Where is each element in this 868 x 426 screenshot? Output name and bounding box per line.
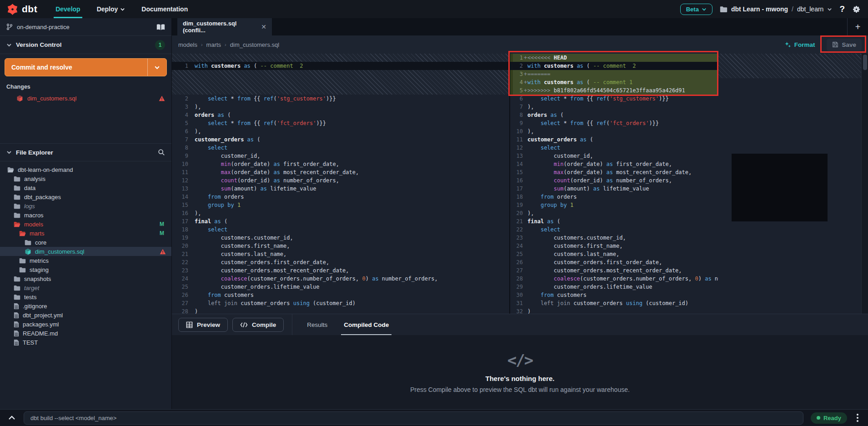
dbt-logo[interactable]: dbt [0, 0, 47, 18]
breadcrumb-marts[interactable]: marts [206, 41, 221, 48]
tree-item-marts[interactable]: martsM [0, 229, 171, 238]
changed-file-row[interactable]: dim_customers.sql [0, 93, 171, 104]
original-line-8[interactable]: 8 select [172, 144, 509, 152]
modified-line-9[interactable]: 9 select * from {{ ref('fct_orders')}} [510, 119, 718, 127]
breadcrumb-models[interactable]: models [178, 41, 197, 48]
original-line-22[interactable]: 22 customer_orders.first_order_date, [172, 258, 509, 266]
modified-line-19[interactable]: 19 group by 1 [510, 201, 718, 209]
tree-item-dbt-learn-on-demand[interactable]: dbt-learn-on-demand [0, 165, 171, 174]
diff-editor[interactable]: 1 with customers as ( -- comment 22 sele… [172, 54, 868, 314]
original-line-28[interactable]: 28 ) [172, 307, 509, 314]
save-button[interactable]: Save [827, 39, 862, 51]
tab-results[interactable]: Results [299, 314, 336, 336]
modified-line-7[interactable]: 7 ), [510, 103, 718, 111]
modified-line-1[interactable]: 1+<<<<<<< HEAD [510, 54, 718, 62]
original-line-16[interactable]: 16 ), [172, 209, 509, 217]
modified-line-32[interactable]: 32 ) [510, 307, 718, 314]
tree-item-logs[interactable]: logs [0, 201, 171, 210]
modified-line-18[interactable]: 18 from orders [510, 193, 718, 201]
tab-compiled-code[interactable]: Compiled Code [336, 314, 397, 336]
file-explorer-header[interactable]: File Explorer [0, 143, 171, 161]
modified-line-23[interactable]: 23 customers.customer_id, [510, 234, 718, 242]
tree-item-analysis[interactable]: analysis [0, 174, 171, 183]
modified-line-22[interactable]: 22 select [510, 226, 718, 234]
status-badge[interactable]: Ready [811, 412, 847, 424]
command-input[interactable] [24, 411, 803, 425]
new-tab-button[interactable]: + [847, 18, 868, 35]
diff-pane-modified[interactable]: 1+<<<<<<< HEAD2 with customers as ( -- c… [510, 54, 718, 314]
nav-item-documentation[interactable]: Documentation [133, 0, 196, 18]
modified-line-29[interactable]: 29 customer_orders.lifetime_value [510, 283, 718, 291]
modified-line-17[interactable]: 17 sum(amount) as lifetime_value [510, 185, 718, 193]
original-line-13[interactable]: 13 sum(amount) as lifetime_value [172, 185, 509, 193]
original-line-2[interactable]: 2 select * from {{ ref('stg_customers')}… [172, 95, 509, 103]
format-button[interactable]: Format [784, 41, 815, 48]
modified-line-16[interactable]: 16 count(order_id) as number_of_orders, [510, 176, 718, 185]
compile-button[interactable]: Compile [232, 318, 284, 332]
preview-button[interactable]: Preview [178, 318, 228, 332]
modified-line-11[interactable]: 11 customer_orders as ( [510, 135, 718, 144]
modified-line-4[interactable]: 4+with customers as ( -- comment 1 [510, 78, 718, 86]
modified-line-13[interactable]: 13 customer_id, [510, 152, 718, 160]
original-line-20[interactable]: 20 customers.first_name, [172, 242, 509, 250]
modified-line-2[interactable]: 2 with customers as ( -- comment 2 [510, 62, 718, 70]
original-line-11[interactable]: 11 max(order_date) as most_recent_order_… [172, 168, 509, 176]
original-line-23[interactable]: 23 customer_orders.most_recent_order_dat… [172, 266, 509, 275]
tree-item-staging[interactable]: staging [0, 265, 171, 274]
expand-panel-button[interactable] [0, 416, 24, 420]
modified-line-28[interactable]: 28 coalesce(customer_orders.number_of_or… [510, 275, 718, 283]
original-line-9[interactable]: 9 customer_id, [172, 152, 509, 160]
tree-item-snapshots[interactable]: snapshots [0, 274, 171, 283]
original-line-18[interactable]: 18 select [172, 226, 509, 234]
modified-line-27[interactable]: 27 customer_orders.most_recent_order_dat… [510, 266, 718, 275]
docs-book-icon[interactable] [156, 24, 165, 30]
modified-line-24[interactable]: 24 customers.first_name, [510, 242, 718, 250]
branch-row[interactable]: on-demand-practice [0, 18, 171, 36]
original-line-19[interactable]: 19 customers.customer_id, [172, 234, 509, 242]
original-line-10[interactable]: 10 min(order_date) as first_order_date, [172, 160, 509, 168]
tree-item-models[interactable]: modelsM [0, 220, 171, 229]
original-line-27[interactable]: 27 left join customer_orders using (cust… [172, 299, 509, 307]
original-line-15[interactable]: 15 group by 1 [172, 201, 509, 209]
tree-item-target[interactable]: target [0, 283, 171, 292]
modified-line-25[interactable]: 25 customers.last_name, [510, 250, 718, 258]
original-line-26[interactable]: 26 from customers [172, 291, 509, 299]
original-line-7[interactable]: 7 customer_orders as ( [172, 135, 509, 144]
tab-dim-customers[interactable]: dim_customers.sql (confli... ✕ [177, 18, 272, 35]
original-line-25[interactable]: 25 customer_orders.lifetime_value [172, 283, 509, 291]
modified-line-20[interactable]: 20 ), [510, 209, 718, 217]
version-control-header[interactable]: Version Control 1 [0, 36, 171, 54]
modified-line-3[interactable]: 3+======= [510, 70, 718, 78]
help-button[interactable]: ? [839, 4, 845, 14]
modified-line-8[interactable]: 8 orders as ( [510, 111, 718, 119]
scrollbar-thumb[interactable] [863, 55, 867, 70]
nav-item-develop[interactable]: Develop [47, 0, 88, 18]
modified-line-21[interactable]: 21 final as ( [510, 217, 718, 226]
tree-item-readme-md[interactable]: README.md [0, 329, 171, 338]
nav-item-deploy[interactable]: Deploy [89, 0, 134, 18]
commit-button-label[interactable]: Commit and resolve [5, 59, 147, 76]
tree-item-dim-customers-sql[interactable]: dim_customers.sql [0, 247, 171, 256]
original-line-1[interactable]: 1 with customers as ( -- comment 2 [172, 62, 509, 70]
project-selector[interactable]: dbt Learn - mwong / dbt_learn [720, 5, 833, 13]
tree-item-packages-yml[interactable]: packages.yml [0, 320, 171, 329]
diff-pane-original[interactable]: 1 with customers as ( -- comment 22 sele… [172, 54, 509, 314]
modified-line-31[interactable]: 31 left join customer_orders using (cust… [510, 299, 718, 307]
tree-item-dbt-project-yml[interactable]: dbt_project.yml [0, 311, 171, 320]
modified-line-26[interactable]: 26 customer_orders.first_order_date, [510, 258, 718, 266]
modified-line-10[interactable]: 10 ), [510, 127, 718, 135]
original-line-24[interactable]: 24 coalesce(customer_orders.number_of_or… [172, 275, 509, 283]
tree-item-macros[interactable]: macros [0, 210, 171, 220]
modified-line-15[interactable]: 15 max(order_date) as most_recent_order_… [510, 168, 718, 176]
original-line-12[interactable]: 12 count(order_id) as number_of_orders, [172, 176, 509, 185]
original-line-21[interactable]: 21 customers.last_name, [172, 250, 509, 258]
original-line-6[interactable]: 6 ), [172, 127, 509, 135]
modified-line-14[interactable]: 14 min(order_date) as first_order_date, [510, 160, 718, 168]
original-line-17[interactable]: 17 final as ( [172, 217, 509, 226]
kebab-menu-icon[interactable] [852, 414, 863, 422]
modified-line-30[interactable]: 30 from customers [510, 291, 718, 299]
tree-item-data[interactable]: data [0, 183, 171, 192]
modified-line-6[interactable]: 6 select * from {{ ref('stg_customers')}… [510, 95, 718, 103]
commit-and-resolve-button[interactable]: Commit and resolve [5, 58, 167, 76]
settings-gear-button[interactable] [852, 5, 861, 14]
